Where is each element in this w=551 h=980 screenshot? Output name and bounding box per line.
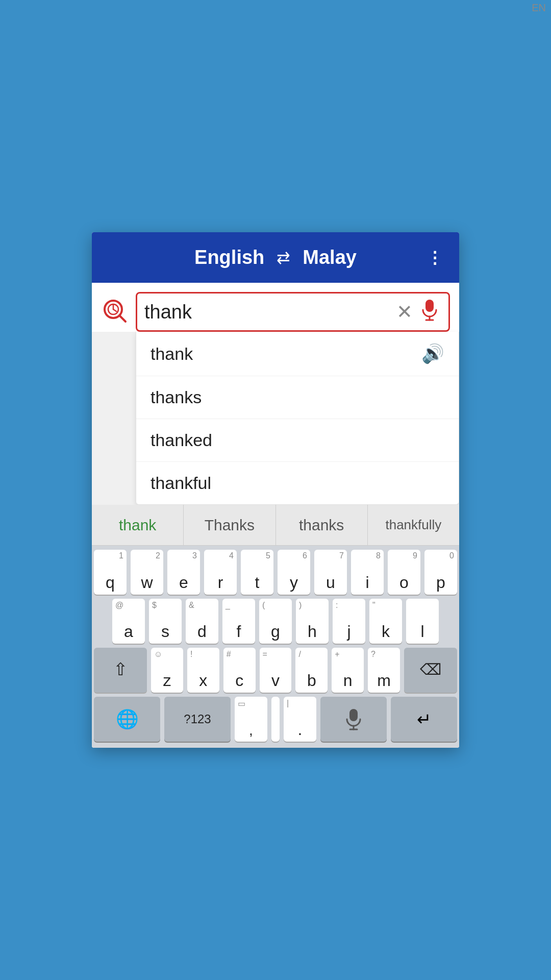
lang-switch-icon: 🌐 [116,708,139,730]
key-g[interactable]: ( g [259,599,292,644]
key-v[interactable]: = v [260,648,292,693]
backspace-key[interactable]: ⌫ [404,648,457,693]
key-f[interactable]: _ f [222,599,255,644]
symbols-key[interactable]: ?123 [164,697,231,742]
speaker-icon[interactable]: 🔊 [421,343,444,364]
autocomplete-item-thanks-cap[interactable]: Thanks [184,505,276,545]
autocomplete-text: Thanks [205,517,255,534]
key-comma[interactable]: ▭ , [235,697,267,742]
suggestion-text: thank [151,344,193,364]
suggestion-text: thanks [151,387,202,407]
key-m[interactable]: ? m [368,648,400,693]
key-h[interactable]: ) h [296,599,329,644]
enter-key[interactable]: ↵ [391,697,457,742]
autocomplete-item-thanks[interactable]: thanks [276,505,368,545]
autocomplete-bar: thank Thanks thanks thankfully [92,505,459,546]
app-container: English ⇄ Malay ⋮ ✕ [92,232,459,748]
source-language[interactable]: English [194,247,264,268]
autocomplete-item-thankfully[interactable]: thankfully [368,505,459,545]
svg-rect-5 [425,300,434,312]
key-r[interactable]: 4 r [204,550,237,595]
enter-icon: ↵ [417,709,431,729]
shift-icon: ⇧ [113,659,128,679]
key-n[interactable]: + n [332,648,364,693]
search-input-wrapper: ✕ [136,292,450,332]
backspace-icon: ⌫ [420,660,441,678]
key-q[interactable]: 1 q [94,550,127,595]
keyboard-row-3: ⇧ ☺ z ! x # c = v / b + [94,648,457,693]
keyboard: 1 q 2 w 3 e 4 r 5 t 6 y [92,546,459,748]
key-e[interactable]: 3 e [167,550,200,595]
suggestion-text: thanked [151,430,212,450]
autocomplete-item-thank[interactable]: thank [92,505,184,545]
keyboard-row-2: @ a $ s & d _ f ( g ) h [94,599,457,644]
key-w[interactable]: 2 w [131,550,163,595]
clear-button[interactable]: ✕ [391,301,418,323]
language-switch-key[interactable]: 🌐 [94,697,160,742]
key-u[interactable]: 7 u [314,550,347,595]
app-header: English ⇄ Malay ⋮ [92,232,459,283]
suggestion-item[interactable]: thanked [136,419,459,462]
key-a[interactable]: @ a [112,599,145,644]
svg-line-1 [119,315,126,322]
autocomplete-text: thank [119,517,156,534]
key-d[interactable]: & d [186,599,218,644]
swap-language-button[interactable]: ⇄ [277,248,290,267]
key-c[interactable]: # c [223,648,256,693]
key-p[interactable]: 0 p [424,550,457,595]
autocomplete-text: thankfully [385,517,441,533]
key-y[interactable]: 6 y [278,550,310,595]
key-k[interactable]: " k [369,599,402,644]
key-s[interactable]: $ s [149,599,182,644]
key-t[interactable]: 5 t [241,550,273,595]
key-z[interactable]: ☺ z [151,648,183,693]
key-l[interactable]: l [406,599,439,644]
key-o[interactable]: 9 o [388,550,420,595]
suggestion-item[interactable]: thanks [136,376,459,419]
voice-key[interactable] [320,697,387,742]
key-period[interactable]: | . [284,697,316,742]
voice-input-button[interactable] [418,299,441,325]
keyboard-row-4: 🌐 ?123 ▭ , EN | . [94,697,457,742]
search-history-button[interactable] [101,297,130,326]
svg-rect-8 [349,709,358,721]
key-j[interactable]: : j [333,599,365,644]
target-language[interactable]: Malay [303,247,357,268]
suggestion-text: thankful [151,473,211,493]
search-area: ✕ [92,283,459,332]
symbols-label: ?123 [184,712,211,726]
menu-button[interactable]: ⋮ [427,248,444,267]
suggestion-item[interactable]: thank 🔊 [136,332,459,376]
space-key[interactable]: EN [271,697,280,742]
key-i[interactable]: 8 i [351,550,384,595]
key-b[interactable]: / b [295,648,328,693]
keyboard-row-1: 1 q 2 w 3 e 4 r 5 t 6 y [94,550,457,595]
key-x[interactable]: ! x [187,648,219,693]
shift-key[interactable]: ⇧ [94,648,147,693]
search-input[interactable] [144,301,391,323]
suggestions-list: thank 🔊 thanks thanked thankful [136,332,459,505]
suggestion-item[interactable]: thankful [136,462,459,504]
autocomplete-text: thanks [299,517,344,534]
